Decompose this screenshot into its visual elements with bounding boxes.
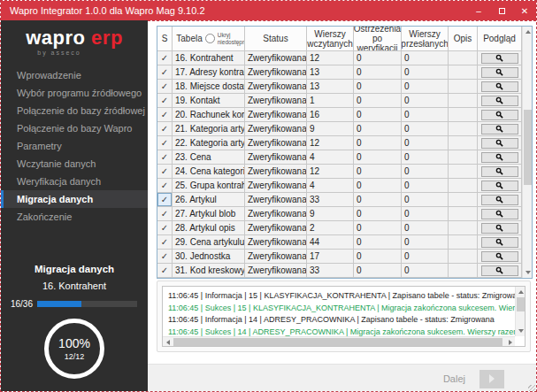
table-row[interactable]: ✓ 28. Artykul opis Zweryfikowana 2 0 0 xyxy=(157,221,522,235)
preview-button[interactable] xyxy=(481,251,518,262)
row-enabled-cell[interactable]: ✓ xyxy=(157,94,173,108)
log-vscrollbar-thumb[interactable] xyxy=(517,297,525,311)
table-row[interactable]: ✓ 27. Artykul blob Zweryfikowana 9 0 0 xyxy=(157,207,522,221)
row-enabled-cell[interactable]: ✓ xyxy=(157,207,173,221)
row-status: Zweryfikowana xyxy=(245,179,307,193)
table-row[interactable]: ✓ 21. Kategoria artykulu Zweryfikowana 9… xyxy=(157,122,522,136)
row-sent-count: 0 xyxy=(402,207,449,221)
log-horizontal-scrollbar[interactable] xyxy=(163,336,515,346)
next-button[interactable] xyxy=(479,370,504,388)
row-enabled-cell[interactable]: ✓ xyxy=(157,122,173,136)
row-enabled-cell[interactable]: ✓ xyxy=(157,150,173,165)
sidebar-step-item[interactable]: Połączenie do bazy Wapro xyxy=(1,119,148,137)
preview-button[interactable] xyxy=(481,166,518,177)
table-scrollbar-thumb[interactable] xyxy=(524,110,532,185)
table-row[interactable]: ✓ 26. Artykul Zweryfikowana 33 0 0 xyxy=(157,193,522,207)
column-header-tabela[interactable]: Tabela Ukryj niedostępne xyxy=(173,27,245,51)
table-row[interactable]: ✓ 22. Kategoria artykulu tr Zweryfikowan… xyxy=(157,136,522,150)
log-scroll-down-arrow[interactable] xyxy=(516,326,525,336)
table-row[interactable]: ✓ 23. Cena Zweryfikowana 4 0 0 xyxy=(157,150,522,165)
row-enabled-cell[interactable]: ✓ xyxy=(157,80,173,94)
row-enabled-cell[interactable]: ✓ xyxy=(157,264,173,278)
scroll-down-arrow[interactable] xyxy=(523,267,533,278)
table-row[interactable]: ✓ 30. Jednostka Zweryfikowana 17 0 0 xyxy=(157,250,522,264)
table-row[interactable]: ✓ 29. Cena artykulu Zweryfikowana 44 0 0 xyxy=(157,235,522,250)
log-scroll-right-arrow[interactable] xyxy=(505,337,515,347)
scroll-up-arrow[interactable] xyxy=(523,27,533,37)
preview-button[interactable] xyxy=(481,265,518,276)
sidebar-step-item[interactable]: Zakończenie xyxy=(1,208,148,226)
preview-button[interactable] xyxy=(481,237,518,248)
row-status: Zweryfikowana xyxy=(245,94,307,108)
sidebar-step-item[interactable]: Weryfikacja danych xyxy=(1,173,148,190)
preview-button[interactable] xyxy=(481,138,518,149)
row-enabled-cell[interactable]: ✓ xyxy=(157,108,173,122)
column-header-loaded[interactable]: Wierszy wczytanych xyxy=(307,27,354,51)
resize-grip[interactable] xyxy=(528,385,535,392)
column-header-preview[interactable]: Podgląd xyxy=(478,27,522,51)
minimize-button[interactable]: – xyxy=(467,1,490,20)
preview-button[interactable] xyxy=(481,223,518,234)
row-warnings-count: 0 xyxy=(354,235,402,250)
sidebar-step-item[interactable]: Wczytanie danych xyxy=(1,155,148,173)
log-hscrollbar-thumb[interactable] xyxy=(173,338,502,346)
check-icon: ✓ xyxy=(161,138,168,148)
preview-button[interactable] xyxy=(481,152,518,163)
preview-button[interactable] xyxy=(481,181,518,191)
table-row[interactable]: ✓ 17. Adresy kontrahenta Zweryfikowana 1… xyxy=(157,65,522,80)
sidebar-step-item[interactable]: Połączenie do bazy źródłowej xyxy=(1,102,148,119)
preview-button[interactable] xyxy=(481,96,518,106)
column-header-sent[interactable]: Wierszy przesłanych xyxy=(402,27,449,51)
progress-heading: Migracja danych xyxy=(1,264,148,274)
row-warnings-count: 0 xyxy=(354,108,402,122)
row-enabled-cell[interactable]: ✓ xyxy=(157,235,173,250)
hide-unavailable-checkbox[interactable] xyxy=(205,34,215,43)
log-scroll-up-arrow[interactable] xyxy=(516,287,525,297)
preview-button[interactable] xyxy=(481,81,518,92)
log-vertical-scrollbar[interactable] xyxy=(515,287,525,336)
column-header-status[interactable]: Status xyxy=(245,27,307,51)
sidebar-step-item[interactable]: Wybór programu źródłowego xyxy=(1,84,148,102)
preview-button[interactable] xyxy=(481,110,518,120)
preview-button[interactable] xyxy=(481,195,518,205)
preview-button[interactable] xyxy=(481,124,518,135)
table-vertical-scrollbar[interactable] xyxy=(522,27,532,278)
row-enabled-cell[interactable]: ✓ xyxy=(157,221,173,235)
table-row[interactable]: ✓ 16. Kontrahent Zweryfikowana 12 0 0 xyxy=(157,51,522,65)
log-scroll-left-arrow[interactable] xyxy=(163,337,173,347)
row-sent-count: 0 xyxy=(402,150,449,165)
row-opis xyxy=(449,165,478,179)
preview-button[interactable] xyxy=(481,53,518,64)
row-enabled-cell[interactable]: ✓ xyxy=(157,179,173,193)
row-enabled-cell[interactable]: ✓ xyxy=(157,165,173,179)
magnifier-icon xyxy=(495,82,503,90)
sidebar-step-item[interactable]: Wprowadzenie xyxy=(1,66,148,84)
app-window: Wapro Integrator 1.0.0 dla Wapro Mag 9.1… xyxy=(0,0,537,392)
column-header-opis[interactable]: Opis xyxy=(449,27,478,51)
table-row[interactable]: ✓ 24. Cena kategorii Zweryfikowana 12 0 … xyxy=(157,165,522,179)
row-enabled-cell[interactable]: ✓ xyxy=(157,193,173,207)
maximize-button[interactable] xyxy=(490,1,513,20)
row-enabled-cell[interactable]: ✓ xyxy=(157,250,173,264)
table-row[interactable]: ✓ 19. Kontakt Zweryfikowana 1 0 0 xyxy=(157,94,522,108)
preview-button[interactable] xyxy=(481,209,518,219)
table-row[interactable]: ✓ 18. Miejsce dostawy Zweryfikowana 13 0… xyxy=(157,80,522,94)
preview-button[interactable] xyxy=(481,67,518,78)
row-preview-cell xyxy=(478,136,522,150)
table-row[interactable]: ✓ 20. Rachunek kontrahenta Zweryfikowana… xyxy=(157,108,522,122)
table-row[interactable]: ✓ 31. Kod kreskowy Zweryfikowana 33 0 0 xyxy=(157,264,522,278)
row-preview-cell xyxy=(478,122,522,136)
sidebar-step-item[interactable]: Migracja danych xyxy=(1,190,148,208)
row-enabled-cell[interactable]: ✓ xyxy=(157,136,173,150)
close-button[interactable]: ✕ xyxy=(513,1,536,20)
column-header-s[interactable]: S xyxy=(157,27,173,51)
row-table-name: 25. Grupa kontrahenta xyxy=(173,179,245,193)
sidebar-step-item[interactable]: Parametry xyxy=(1,137,148,155)
row-preview-cell xyxy=(478,264,522,278)
column-header-warnings[interactable]: Ostrzeżenia po weryfikacji xyxy=(354,27,402,51)
table-row[interactable]: ✓ 25. Grupa kontrahenta Zweryfikowana 4 … xyxy=(157,179,522,193)
row-enabled-cell[interactable]: ✓ xyxy=(157,65,173,80)
row-preview-cell xyxy=(478,51,522,65)
row-warnings-count: 0 xyxy=(354,80,402,94)
row-enabled-cell[interactable]: ✓ xyxy=(157,51,173,65)
